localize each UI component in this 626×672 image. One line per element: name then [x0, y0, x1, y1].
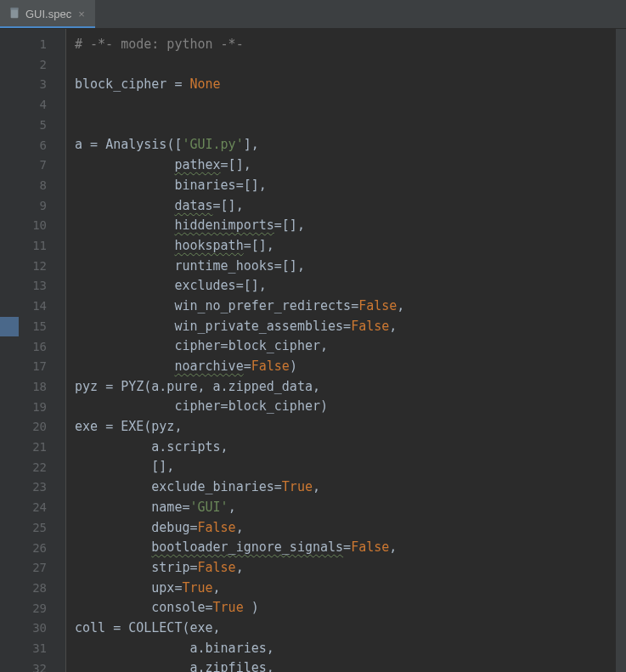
line-number: 10 [0, 216, 65, 236]
line-number: 18 [0, 377, 65, 398]
code-line: exe = EXE(pyz, [75, 417, 626, 438]
code-line [75, 95, 626, 116]
code-line: hiddenimports=[], [75, 216, 626, 236]
line-number: 31 [0, 639, 65, 659]
code-line: excludes=[], [75, 276, 626, 296]
code-line: # -*- mode: python -*- [75, 35, 626, 55]
line-number: 21 [0, 438, 65, 458]
line-number: 29 [0, 599, 65, 619]
file-tab[interactable]: GUI.spec × [0, 0, 95, 28]
line-number: 5 [0, 116, 65, 136]
code-line: name='GUI', [75, 498, 626, 518]
line-number: 16 [0, 337, 65, 358]
line-number: 2 [0, 55, 65, 76]
code-line: runtime_hooks=[], [75, 257, 626, 277]
line-number: 19 [0, 398, 65, 418]
line-number: 4 [0, 95, 65, 116]
code-line: exclude_binaries=True, [75, 477, 626, 498]
code-line: debug=False, [75, 518, 626, 539]
code-line: coll = COLLECT(exe, [75, 618, 626, 639]
code-line: a.zipfiles, [75, 658, 626, 672]
vertical-scrollbar[interactable] [616, 29, 626, 672]
line-number: 12 [0, 257, 65, 277]
line-number: 28 [0, 579, 65, 599]
code-line: block_cipher = None [75, 75, 626, 95]
code-line [75, 55, 626, 76]
svg-rect-1 [11, 8, 19, 10]
code-line: bootloader_ignore_signals=False, [75, 538, 626, 558]
line-number: 7 [0, 155, 65, 176]
code-line: [], [75, 457, 626, 477]
close-icon[interactable]: × [76, 8, 87, 20]
code-line: pathex=[], [75, 155, 626, 176]
editor-area: 1234567891011121314151617181920212223242… [0, 29, 626, 672]
code-line: a.binaries, [75, 639, 626, 659]
line-number: 14 [0, 296, 65, 317]
line-number: 6 [0, 136, 65, 156]
line-number: 26 [0, 539, 65, 559]
line-number: 17 [0, 357, 65, 377]
line-number: 1 [0, 35, 65, 55]
line-number: 3 [0, 75, 65, 95]
line-number: 8 [0, 176, 65, 196]
code-line: cipher=block_cipher, [75, 336, 626, 357]
editor-tabbar: GUI.spec × [0, 0, 626, 29]
code-content[interactable]: # -*- mode: python -*-block_cipher = Non… [66, 29, 626, 672]
code-line [75, 116, 626, 136]
code-line: pyz = PYZ(a.pure, a.zipped_data, [75, 377, 626, 398]
line-number: 20 [0, 417, 65, 438]
code-line: win_no_prefer_redirects=False, [75, 296, 626, 317]
code-line: win_private_assemblies=False, [75, 317, 626, 337]
line-number: 13 [0, 276, 65, 296]
code-line: noarchive=False) [75, 357, 626, 377]
line-number: 30 [0, 618, 65, 639]
code-line: cipher=block_cipher) [75, 397, 626, 417]
code-line: upx=True, [75, 579, 626, 599]
line-number: 32 [0, 659, 65, 672]
line-number: 11 [0, 236, 65, 257]
tab-filename: GUI.spec [25, 8, 71, 20]
code-line: hookspath=[], [75, 236, 626, 257]
current-line-marker [0, 317, 19, 337]
code-line: a.scripts, [75, 438, 626, 458]
code-line: strip=False, [75, 558, 626, 579]
line-number: 23 [0, 477, 65, 498]
line-number: 9 [0, 196, 65, 217]
code-line: console=True ) [75, 598, 626, 618]
line-number-gutter: 1234567891011121314151617181920212223242… [0, 29, 66, 672]
file-icon [8, 7, 20, 21]
line-number: 24 [0, 498, 65, 518]
code-line: binaries=[], [75, 176, 626, 196]
line-number: 22 [0, 458, 65, 478]
code-line: a = Analysis(['GUI.py'], [75, 135, 626, 155]
code-line: datas=[], [75, 196, 626, 217]
line-number: 25 [0, 518, 65, 539]
line-number: 27 [0, 558, 65, 579]
